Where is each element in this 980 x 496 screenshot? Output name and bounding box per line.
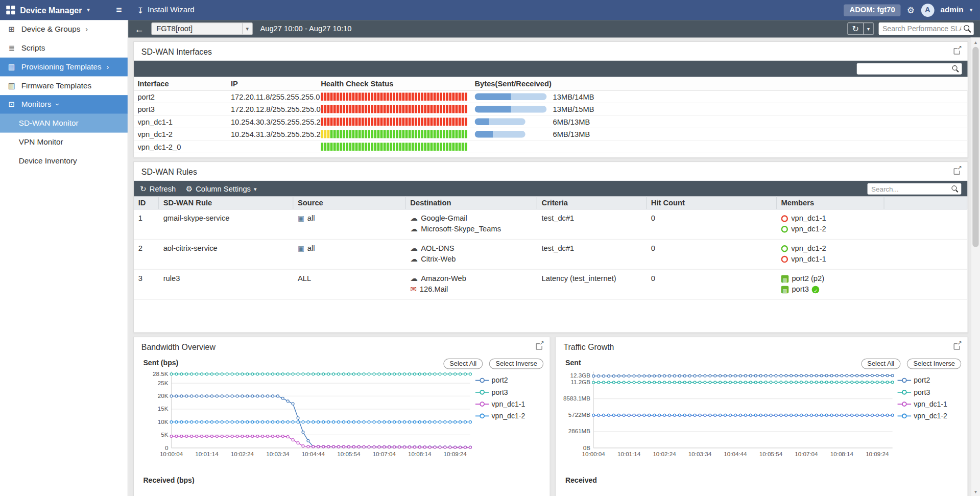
rule-row-aol-citrix-service[interactable]: 2aol-citrix-service▣all☁AOL-DNS☁Citrix-W… — [134, 240, 967, 270]
rule-id: 1 — [134, 214, 159, 224]
legend-item-port2[interactable]: port2 — [897, 376, 947, 384]
select-all-button[interactable]: Select All — [861, 358, 900, 369]
interface-row-vpn-dc1-2[interactable]: vpn_dc1-210.254.31.3/255.255.255.25 6MB/… — [134, 128, 967, 140]
search-icon[interactable] — [951, 185, 958, 192]
chevron-down-icon: ▾ — [254, 185, 257, 192]
health-check-blocks — [321, 143, 474, 151]
device-selector[interactable]: FGT8[root] ▾ — [151, 22, 252, 35]
rule-name: aol-citrix-service — [159, 243, 293, 254]
sidebar-item-firmware-templates[interactable]: ▥Firmware Templates — [0, 76, 128, 95]
popout-icon[interactable] — [954, 168, 960, 174]
vertical-scrollbar[interactable]: ▴ ▾ — [971, 37, 980, 496]
column-header[interactable]: Source — [293, 197, 405, 209]
select-inverse-button[interactable]: Select Inverse — [489, 358, 543, 369]
column-header[interactable]: Members — [777, 197, 885, 209]
search-icon[interactable] — [952, 65, 959, 72]
legend-item-port3[interactable]: port3 — [897, 388, 947, 396]
column-header[interactable]: Interface — [137, 79, 230, 88]
source-label: all — [307, 243, 315, 254]
refresh-label: Refresh — [150, 184, 176, 193]
column-header[interactable]: Hit Count — [647, 197, 777, 209]
legend-item-vpn-dc1-1[interactable]: vpn_dc1-1 — [475, 400, 525, 408]
health-check-blocks — [321, 117, 474, 126]
column-header[interactable]: SD-WAN Rule — [159, 197, 293, 209]
rule-row-rule3[interactable]: 3rule3ALL☁Amazon-Web✉126.MailLatency (te… — [134, 270, 967, 300]
sidebar-item-scripts[interactable]: ≣Scripts — [0, 39, 128, 58]
column-header[interactable] — [885, 197, 968, 209]
avatar[interactable]: A — [921, 4, 934, 17]
sidebar-item-vpn-monitor[interactable]: VPN Monitor — [0, 133, 128, 152]
column-settings-button[interactable]: ⚙ Column Settings ▾ — [186, 184, 257, 193]
refresh-dropdown-button[interactable]: ▾ — [864, 22, 874, 35]
popout-icon[interactable] — [954, 343, 960, 349]
scroll-down-icon[interactable]: ▾ — [971, 487, 980, 496]
legend-item-vpn-dc1-2[interactable]: vpn_dc1-2 — [475, 412, 525, 419]
column-header[interactable]: ID — [134, 197, 159, 209]
legend-label: vpn_dc1-2 — [492, 412, 525, 419]
destination-label: Microsoft-Skype_Teams — [421, 224, 501, 234]
sidebar-item-monitors[interactable]: ⊡Monitors› — [0, 95, 128, 114]
legend-marker-icon — [897, 389, 911, 395]
rule-name: gmail-skype-service — [159, 214, 293, 224]
username[interactable]: admin — [940, 6, 963, 14]
sidebar-item-sd-wan-monitor[interactable]: SD-WAN Monitor — [0, 114, 128, 133]
tools-icon[interactable]: ⚙ — [907, 5, 915, 15]
interface-row-vpn-dc1-2-0[interactable]: vpn_dc1-2_0 — [134, 141, 967, 153]
legend-item-port2[interactable]: port2 — [475, 376, 525, 384]
legend-marker-icon — [475, 389, 489, 395]
select-inverse-button[interactable]: Select Inverse — [907, 358, 961, 369]
legend-item-vpn-dc1-2[interactable]: vpn_dc1-2 — [897, 412, 947, 419]
sidebar-item-device-groups[interactable]: ⊞Device & Groups› — [0, 20, 128, 39]
svg-text:10:07:04: 10:07:04 — [373, 450, 396, 457]
refresh-button[interactable]: ↻ Refresh — [140, 184, 176, 193]
app-switcher[interactable]: Device Manager ▾ ≡ — [0, 5, 128, 16]
check-icon: ✓ — [812, 286, 820, 293]
traffic-sent-chart: 12.3GB11.2GB8583.1MB5722MB2861MB0B10:00:… — [560, 369, 897, 460]
interface-name: vpn_dc1-1 — [137, 117, 230, 126]
legend-label: vpn_dc1-1 — [492, 400, 525, 408]
column-header[interactable]: Criteria — [537, 197, 647, 209]
svg-text:10:04:44: 10:04:44 — [724, 450, 747, 457]
port-icon: ▥ — [781, 275, 789, 282]
sidebar-item-device-inventory[interactable]: Device Inventory — [0, 151, 128, 170]
refresh-icon: ↻ — [140, 184, 146, 193]
rules-search-input[interactable] — [871, 185, 950, 193]
collapse-menu-icon[interactable]: ≡ — [116, 5, 122, 16]
interface-row-port3[interactable]: port3172.20.12.8/255.255.255.0 13MB/15MB — [134, 103, 967, 115]
popout-icon[interactable] — [954, 48, 960, 54]
svg-text:10:00:04: 10:00:04 — [160, 450, 183, 457]
adom-badge[interactable]: ADOM: fgt70 — [844, 4, 901, 16]
interface-row-port2[interactable]: port2172.20.11.8/255.255.255.0 13MB/14MB — [134, 91, 967, 103]
scrollbar-thumb[interactable] — [972, 47, 978, 247]
member-label: vpn_dc1-2 — [791, 224, 826, 234]
interface-name: port2 — [137, 92, 230, 101]
scroll-up-icon[interactable]: ▴ — [971, 37, 980, 46]
user-menu-chevron-icon[interactable]: ▾ — [970, 7, 973, 13]
cloud-icon: ☁ — [410, 214, 418, 224]
column-header[interactable]: Destination — [406, 197, 537, 209]
chart-subtitle: Sent — [565, 359, 581, 367]
chart-bottom-label: Received (bps) — [143, 477, 549, 484]
legend-marker-icon — [897, 377, 911, 383]
refresh-button[interactable]: ↻ — [847, 22, 864, 35]
legend-item-vpn-dc1-1[interactable]: vpn_dc1-1 — [897, 400, 947, 408]
column-header[interactable]: Bytes(Sent/Received) — [474, 79, 967, 88]
member-label: port3 — [792, 284, 809, 295]
search-icon[interactable] — [964, 25, 971, 33]
install-wizard-button[interactable]: ↧ Install Wizard — [128, 5, 203, 14]
svg-text:25K: 25K — [158, 379, 169, 386]
select-all-button[interactable]: Select All — [443, 358, 483, 369]
back-arrow-icon[interactable]: ← — [134, 23, 144, 34]
legend-item-port3[interactable]: port3 — [475, 388, 525, 396]
svg-text:28.5K: 28.5K — [153, 370, 169, 376]
rule-row-gmail-skype-service[interactable]: 1gmail-skype-service▣all☁Google-Gmail☁Mi… — [134, 209, 967, 240]
svg-text:5722MB: 5722MB — [568, 411, 591, 418]
popout-icon[interactable] — [536, 343, 542, 349]
gear-icon: ⚙ — [186, 184, 193, 193]
interface-row-vpn-dc1-1[interactable]: vpn_dc1-110.254.30.3/255.255.255.25 6MB/… — [134, 116, 967, 128]
interfaces-search-input[interactable] — [861, 65, 950, 73]
column-header[interactable]: Health Check Status — [321, 79, 474, 88]
sidebar-item-provisioning-templates[interactable]: ▦Provisioning Templates› — [0, 58, 128, 77]
column-header[interactable]: IP — [231, 79, 321, 88]
sla-search-input[interactable] — [882, 25, 961, 33]
